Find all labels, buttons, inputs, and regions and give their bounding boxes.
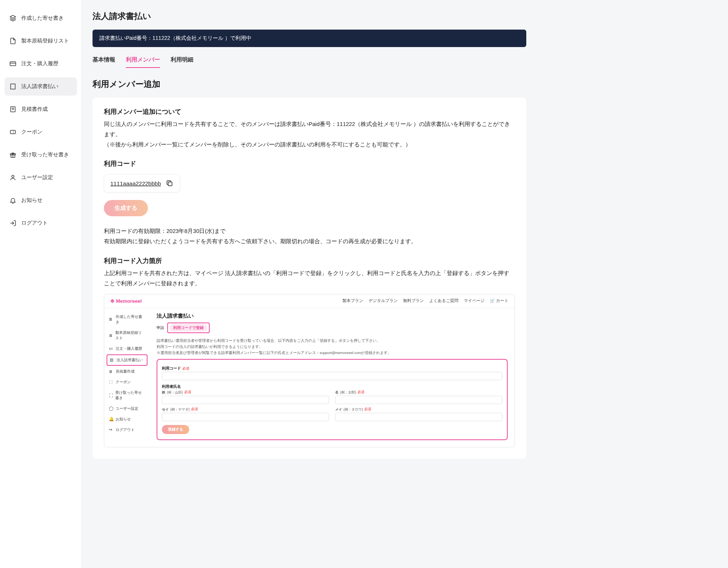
section-title: 利用メンバー追加	[93, 79, 526, 90]
about-text-2: （※後から利用メンバー一覧にてメンバーを削除し、そのメンバーの請求書払いの利用を…	[104, 140, 515, 150]
sidebar-item-received-books[interactable]: 受け取った寄せ書き	[5, 146, 77, 164]
sparkle-icon: ✻	[110, 298, 115, 304]
sidebar-item-notifications[interactable]: お知らせ	[5, 191, 77, 209]
tab-basic-info[interactable]: 基本情報	[93, 54, 115, 68]
sidebar-item-label: クーポン	[21, 129, 42, 135]
expiry-line: 利用コードの有効期限：2023年8月30日(水)まで	[104, 226, 515, 236]
svg-marker-0	[10, 16, 16, 19]
bell-icon	[9, 197, 17, 204]
ticket-icon	[9, 128, 17, 136]
tab-members[interactable]: 利用メンバー	[126, 54, 160, 68]
sidebar-item-created-books[interactable]: 作成した寄せ書き	[5, 9, 77, 27]
about-heading: 利用メンバー追加について	[104, 107, 515, 116]
content-card: 利用メンバー追加について 同じ法人のメンバーに利用コードを共有することで、そのメ…	[93, 98, 526, 459]
svg-rect-1	[10, 62, 16, 66]
code-heading: 利用コード	[104, 159, 515, 168]
mock-nav: 製本プラン デジタルプラン 無料プラン よくあるご質問 マイページ 🛒 カート	[342, 298, 508, 304]
tabs: 基本情報 利用メンバー 利用明細	[93, 54, 526, 68]
sidebar-item-label: 見積書作成	[21, 106, 48, 113]
sidebar-item-corporate-invoice[interactable]: 法人請求書払い	[5, 77, 77, 96]
logout-icon	[9, 219, 17, 227]
sidebar-item-label: 受け取った寄せ書き	[21, 151, 69, 158]
sidebar-item-label: 法人請求書払い	[21, 83, 58, 90]
svg-rect-13	[10, 131, 16, 134]
document-icon	[9, 37, 17, 45]
sidebar-item-manuscript-list[interactable]: 製本原稿登録リスト	[5, 32, 77, 50]
input-location-desc: 上記利用コードを共有された方は、マイページ 法人請求書払いの「利用コードで登録」…	[104, 268, 515, 289]
sidebar-item-coupon[interactable]: クーポン	[5, 123, 77, 141]
sidebar-item-label: ユーザー設定	[21, 174, 53, 181]
cart-icon: 🛒 カート	[490, 298, 508, 304]
mock-logo: ✻ Memoreeel	[110, 298, 142, 304]
about-text-1: 同じ法人のメンバーに利用コードを共有することで、そのメンバーは請求書払いPaid…	[104, 119, 515, 140]
main-content: 法人請求書払い 請求書払いPaid番号：111222（株式会社メモリール ）で利…	[82, 0, 537, 568]
copy-icon[interactable]	[165, 179, 174, 187]
sidebar: 作成した寄せ書き 製本原稿登録リスト 注文・購入履歴 法人請求書払い 見積書作成…	[0, 0, 82, 568]
generate-button[interactable]: 生成する	[104, 200, 148, 216]
sidebar-item-label: お知らせ	[21, 197, 42, 204]
status-banner: 請求書払いPaid番号：111222（株式会社メモリール ）で利用中	[93, 30, 526, 47]
tab-usage-details[interactable]: 利用明細	[171, 54, 193, 68]
svg-point-18	[12, 175, 14, 178]
stack-icon	[9, 14, 17, 22]
sidebar-item-logout[interactable]: ログアウト	[5, 214, 77, 232]
sidebar-item-order-history[interactable]: 注文・購入履歴	[5, 55, 77, 73]
building-icon	[9, 83, 17, 90]
gift-icon	[9, 151, 17, 159]
user-icon	[9, 174, 17, 181]
svg-rect-20	[168, 182, 172, 186]
sidebar-item-label: 作成した寄せ書き	[21, 15, 64, 22]
svg-rect-3	[11, 84, 15, 89]
expiry-note: 有効期限内に登録いただくようコードを共有する方へご依頼下さい。期限切れの場合、コ…	[104, 236, 515, 247]
sidebar-item-label: 注文・購入履歴	[21, 60, 58, 67]
card-icon	[9, 60, 17, 68]
usage-code-box: 1111aaaa2222bbbb	[104, 174, 180, 192]
input-location-heading: 利用コード入力箇所	[104, 256, 515, 265]
usage-code-value: 1111aaaa2222bbbb	[110, 180, 161, 187]
instruction-screenshot: ✻ Memoreeel 製本プラン デジタルプラン 無料プラン よくあるご質問 …	[104, 294, 515, 447]
quote-icon	[9, 105, 17, 113]
sidebar-item-user-settings[interactable]: ユーザー設定	[5, 168, 77, 187]
sidebar-item-label: ログアウト	[21, 220, 48, 227]
sidebar-item-quotation[interactable]: 見積書作成	[5, 100, 77, 118]
sidebar-item-label: 製本原稿登録リスト	[21, 38, 69, 44]
page-title: 法人請求書払い	[93, 11, 526, 22]
